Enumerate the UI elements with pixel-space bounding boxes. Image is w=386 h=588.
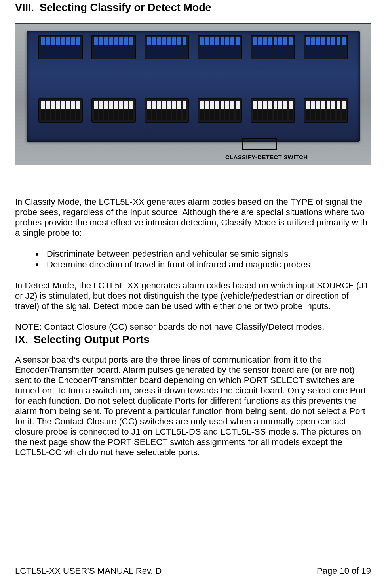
page-footer: LCTL5L-XX USER’S MANUAL Rev. D Page 10 o… <box>15 566 371 576</box>
dip-row-top <box>27 35 360 59</box>
section-9-number: IX. <box>15 334 28 346</box>
bullet-list: Discriminate between pedestrian and vehi… <box>15 248 371 270</box>
dip-switch-icon <box>304 35 348 59</box>
pcb-graphic <box>27 31 360 142</box>
list-item: Determine direction of travel in front o… <box>44 259 371 270</box>
dip-switch-icon <box>145 35 189 59</box>
section-8-para-2: In Detect Mode, the LCTL5L-XX generates … <box>15 281 371 311</box>
dip-switch-icon <box>38 35 83 59</box>
dip-switch-icon <box>198 98 242 123</box>
dip-switch-icon <box>91 35 136 59</box>
page: VIII. Selecting Classify or Detect Mode <box>0 0 386 588</box>
section-8-note: NOTE: Contact Closure (CC) sensor boards… <box>15 322 371 332</box>
dip-switch-icon <box>304 98 348 123</box>
footer-left: LCTL5L-XX USER’S MANUAL Rev. D <box>15 566 162 576</box>
dip-switch-icon <box>198 35 242 59</box>
dip-switch-icon <box>91 98 136 123</box>
dip-switch-icon <box>251 35 295 59</box>
dip-row-bottom <box>27 98 360 123</box>
section-8-number: VIII. <box>15 2 34 14</box>
footer-right: Page 10 of 19 <box>317 566 371 576</box>
section-9-heading: IX. Selecting Output Ports <box>15 332 371 346</box>
section-8-heading: VIII. Selecting Classify or Detect Mode <box>15 0 371 14</box>
section-9-para-1: A sensor board’s output ports are the th… <box>15 355 371 458</box>
circuit-board-photo: CLASSIFY-DETECT SWITCH <box>15 23 371 165</box>
dip-switch-icon <box>145 98 189 123</box>
section-8-para-1: In Classify Mode, the LCTL5L-XX generate… <box>15 197 371 238</box>
body-text: In Classify Mode, the LCTL5L-XX generate… <box>15 197 371 458</box>
figure-label: CLASSIFY-DETECT SWITCH <box>225 154 308 160</box>
section-9-title: Selecting Output Ports <box>34 334 150 346</box>
list-item: Discriminate between pedestrian and vehi… <box>44 248 371 260</box>
dip-switch-icon <box>38 98 83 123</box>
section-8-title: Selecting Classify or Detect Mode <box>40 2 211 14</box>
dip-switch-icon <box>251 98 295 123</box>
